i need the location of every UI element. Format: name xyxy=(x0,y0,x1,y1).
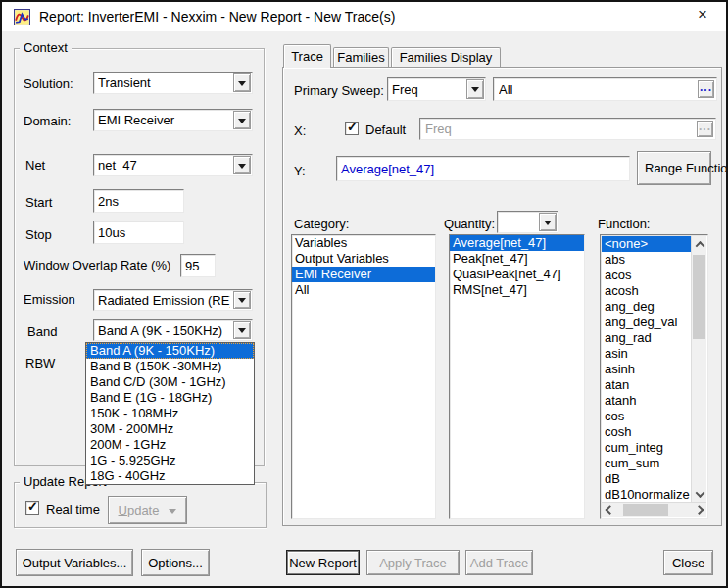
y-axis-label: Y: xyxy=(294,164,306,178)
function-item[interactable]: ang_rad xyxy=(602,330,691,346)
category-list: VariablesOutput VariablesEMI ReceiverAll xyxy=(291,234,436,519)
x-axis-label: X: xyxy=(294,123,306,138)
function-item[interactable]: cosh xyxy=(602,424,691,440)
tab-trace-label: Trace xyxy=(291,49,323,64)
solution-combo[interactable]: Transient xyxy=(93,72,253,94)
net-label: Net xyxy=(25,158,45,172)
function-item[interactable]: <none> xyxy=(602,236,691,252)
function-item[interactable]: ang_deg xyxy=(602,299,691,315)
hscroll-thumb[interactable] xyxy=(623,504,668,516)
quantity-item[interactable]: RMS[net_47] xyxy=(450,282,584,298)
function-item[interactable]: cum_sum xyxy=(602,456,691,471)
function-item[interactable]: acosh xyxy=(602,283,691,299)
scroll-left-icon[interactable] xyxy=(602,503,617,518)
function-item[interactable]: abs xyxy=(602,252,691,268)
category-item[interactable]: Output Variables xyxy=(292,251,435,267)
chevron-down-icon[interactable] xyxy=(233,111,251,129)
start-input[interactable] xyxy=(93,189,184,213)
category-item[interactable]: All xyxy=(292,282,435,298)
quantity-list: Average[net_47]Peak[net_47]QuasiPeak[net… xyxy=(449,234,585,519)
output-variables-button[interactable]: Output Variables... xyxy=(16,549,133,576)
rbw-label: RBW xyxy=(25,356,55,370)
tab-families[interactable]: Families xyxy=(333,47,389,67)
band-option[interactable]: Band E (1G - 18GHz) xyxy=(86,390,254,406)
x-value: Freq xyxy=(425,119,694,139)
scroll-down-icon[interactable] xyxy=(692,486,707,502)
function-item[interactable]: asin xyxy=(602,346,691,362)
band-combo[interactable]: Band A (9K - 150KHz) xyxy=(93,319,253,341)
new-report-button[interactable]: New Report xyxy=(286,550,360,575)
add-trace-button[interactable]: Add Trace xyxy=(465,550,533,575)
function-list-hscrollbar[interactable] xyxy=(602,502,706,517)
apply-trace-button-label: Apply Trace xyxy=(379,556,447,570)
band-option[interactable]: 200M - 1GHz xyxy=(86,437,254,453)
chevron-down-icon[interactable] xyxy=(466,79,484,99)
range-function-button[interactable]: Range Function... xyxy=(637,151,711,185)
update-button[interactable]: Update xyxy=(108,496,187,524)
scroll-up-icon[interactable] xyxy=(692,236,707,252)
chevron-down-icon[interactable] xyxy=(233,74,251,92)
chevron-down-icon[interactable] xyxy=(233,156,251,174)
quantity-item[interactable]: QuasiPeak[net_47] xyxy=(450,267,584,282)
options-button[interactable]: Options... xyxy=(141,549,210,576)
net-combo[interactable]: net_47 xyxy=(93,154,253,176)
options-button-label: Options... xyxy=(148,556,203,570)
close-button[interactable]: Close xyxy=(663,550,713,575)
vscroll-thumb[interactable] xyxy=(693,255,705,339)
band-option[interactable]: Band B (150K -30MHz) xyxy=(86,359,254,374)
context-group-label: Context xyxy=(20,41,72,55)
scroll-right-icon[interactable] xyxy=(691,503,706,518)
quantity-item[interactable]: Average[net_47] xyxy=(450,235,584,251)
tab-families-label: Families xyxy=(337,50,384,65)
net-value: net_47 xyxy=(98,155,230,175)
category-item[interactable]: EMI Receiver xyxy=(292,267,435,282)
quantity-item[interactable]: Peak[net_47] xyxy=(450,251,584,267)
quantity-combo[interactable] xyxy=(497,211,558,233)
emission-combo[interactable]: Radiated Emission (RE) xyxy=(93,289,253,311)
apply-trace-button[interactable]: Apply Trace xyxy=(366,550,460,575)
tab-families-display[interactable]: Families Display xyxy=(391,47,501,67)
chevron-down-icon[interactable] xyxy=(539,213,557,231)
function-item[interactable]: acos xyxy=(602,268,691,283)
band-option[interactable]: Band A (9K - 150KHz) xyxy=(86,343,254,359)
category-item[interactable]: Variables xyxy=(292,235,435,251)
primary-sweep-combo[interactable]: Freq xyxy=(387,77,486,101)
chevron-down-icon[interactable] xyxy=(233,291,251,309)
function-item[interactable]: atanh xyxy=(602,393,691,409)
domain-combo[interactable]: EMI Receiver xyxy=(93,109,253,131)
window-overlap-rate-input[interactable] xyxy=(180,254,216,277)
primary-sweep-value: All xyxy=(499,78,695,100)
new-report-button-label: New Report xyxy=(289,556,357,570)
domain-label: Domain: xyxy=(24,114,71,128)
primary-sweep-value-field[interactable]: All ... xyxy=(493,77,717,101)
function-item[interactable]: atan xyxy=(602,377,691,393)
primary-sweep-browse-button[interactable]: ... xyxy=(698,80,714,98)
band-option[interactable]: 30M - 200MHz xyxy=(86,421,254,437)
x-default-checkbox[interactable] xyxy=(345,122,359,135)
range-function-button-label: Range Function... xyxy=(645,161,728,175)
stop-input[interactable] xyxy=(93,220,184,244)
function-item[interactable]: asinh xyxy=(602,362,691,377)
start-label: Start xyxy=(25,195,52,210)
y-value-input[interactable] xyxy=(336,156,630,181)
function-item[interactable]: cos xyxy=(602,409,691,424)
band-option[interactable]: 1G - 5.925GHz xyxy=(86,453,254,468)
update-button-label: Update xyxy=(119,503,160,517)
x-browse-button: ... xyxy=(697,121,713,137)
real-time-checkbox[interactable] xyxy=(25,501,39,514)
band-option[interactable]: Band C/D (30M - 1GHz) xyxy=(86,374,254,390)
function-item[interactable]: ang_deg_val xyxy=(602,315,691,330)
chevron-down-icon[interactable] xyxy=(233,321,251,339)
function-item[interactable]: cum_integ xyxy=(602,440,691,456)
band-option[interactable]: 18G - 40GHz xyxy=(86,468,254,484)
chevron-down-icon xyxy=(169,509,176,517)
quantity-label: Quantity: xyxy=(444,217,495,231)
tab-trace[interactable]: Trace xyxy=(283,44,331,68)
function-item[interactable]: dB10normalize xyxy=(602,487,691,502)
function-item[interactable]: dB xyxy=(602,471,691,487)
title-bar: Report: InverterEMI - Nexxim - New Repor… xyxy=(2,2,726,31)
function-list-vscrollbar[interactable] xyxy=(691,236,706,502)
category-label: Category: xyxy=(294,217,349,231)
close-window-icon[interactable]: × xyxy=(687,2,718,27)
band-option[interactable]: 150K - 108MHz xyxy=(86,406,254,421)
